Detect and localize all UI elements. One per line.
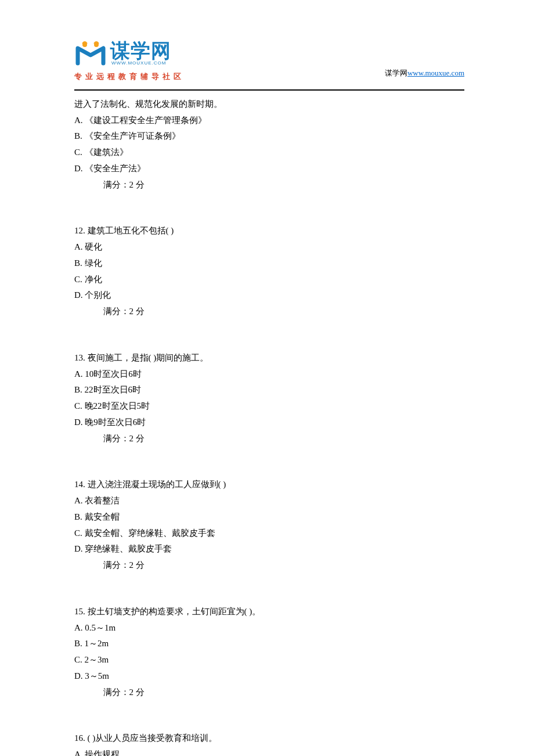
question-option: D. 晚9时至次日6时	[74, 415, 464, 431]
question-14: 14. 进入浇注混凝土现场的工人应做到( ) A. 衣着整洁 B. 戴安全帽 C…	[74, 477, 464, 574]
header-site-link[interactable]: www.mouxue.com	[407, 69, 464, 77]
question-option: A. 操作规程	[74, 747, 464, 756]
question-option: C. 《建筑法》	[74, 145, 464, 161]
question-15: 15. 按土钉墙支护的构造要求，土钉间距宜为( )。 A. 0.5～1m B. …	[74, 604, 464, 701]
question-stem: 13. 夜间施工，是指( )期间的施工。	[74, 350, 464, 366]
question-stem: 14. 进入浇注混凝土现场的工人应做到( )	[74, 477, 464, 493]
question-11-continued: 进入了法制化、规范化发展的新时期。 A. 《建设工程安全生产管理条例》 B. 《…	[74, 96, 464, 193]
question-score: 满分：2 分	[74, 177, 464, 193]
question-option: B. 22时至次日6时	[74, 382, 464, 398]
question-option: B. 1～2m	[74, 636, 464, 652]
document-page: 谋学网 WWW.MOUXUE.COM 专业远程教育辅导社区 谋学网www.mou…	[0, 0, 534, 756]
header-site-label: 谋学网	[385, 69, 407, 77]
question-option: D. 3～5m	[74, 668, 464, 685]
question-score: 满分：2 分	[74, 685, 464, 701]
site-logo: 谋学网 WWW.MOUXUE.COM 专业远程教育辅导社区	[74, 41, 185, 84]
question-stem: 15. 按土钉墙支护的构造要求，土钉间距宜为( )。	[74, 604, 464, 620]
question-option: A. 10时至次日6时	[74, 366, 464, 383]
logo-row: 谋学网 WWW.MOUXUE.COM	[74, 41, 185, 68]
question-score: 满分：2 分	[74, 431, 464, 447]
question-option: D. 个别化	[74, 287, 464, 304]
question-option: A. 硬化	[74, 239, 464, 255]
question-stem: 16. ( )从业人员应当接受教育和培训。	[74, 730, 464, 747]
question-score: 满分：2 分	[74, 557, 464, 574]
question-stem: 12. 建筑工地五化不包括( )	[74, 223, 464, 239]
question-option: C. 净化	[74, 272, 464, 288]
brand-url-small: WWW.MOUXUE.COM	[111, 59, 171, 68]
brand-name: 谋学网	[110, 41, 171, 60]
document-body: 进入了法制化、规范化发展的新时期。 A. 《建设工程安全生产管理条例》 B. 《…	[74, 96, 464, 756]
question-12: 12. 建筑工地五化不包括( ) A. 硬化 B. 绿化 C. 净化 D. 个别…	[74, 223, 464, 320]
brand-tagline: 专业远程教育辅导社区	[74, 70, 185, 84]
question-13: 13. 夜间施工，是指( )期间的施工。 A. 10时至次日6时 B. 22时至…	[74, 350, 464, 447]
page-header: 谋学网 WWW.MOUXUE.COM 专业远程教育辅导社区 谋学网www.mou…	[74, 41, 464, 84]
question-option: B. 戴安全帽	[74, 509, 464, 525]
question-option: A. 《建设工程安全生产管理条例》	[74, 113, 464, 129]
question-score: 满分：2 分	[74, 304, 464, 320]
header-divider	[74, 89, 464, 91]
question-option: D. 穿绝缘鞋、戴胶皮手套	[74, 541, 464, 557]
question-option: C. 2～3m	[74, 652, 464, 668]
logo-text-block: 谋学网 WWW.MOUXUE.COM	[110, 41, 171, 68]
question-option: A. 衣着整洁	[74, 493, 464, 509]
question-option: C. 戴安全帽、穿绝缘鞋、戴胶皮手套	[74, 525, 464, 542]
question-option: A. 0.5～1m	[74, 620, 464, 636]
question-option: B. 绿化	[74, 255, 464, 272]
header-right: 谋学网www.mouxue.com	[385, 66, 464, 84]
logo-icon	[74, 41, 107, 67]
question-stem: 进入了法制化、规范化发展的新时期。	[74, 96, 464, 113]
question-option: B. 《安全生产许可证条例》	[74, 128, 464, 145]
question-option: D. 《安全生产法》	[74, 161, 464, 177]
question-option: C. 晚22时至次日5时	[74, 398, 464, 415]
question-16: 16. ( )从业人员应当接受教育和培训。 A. 操作规程 B. 技术措施	[74, 730, 464, 756]
